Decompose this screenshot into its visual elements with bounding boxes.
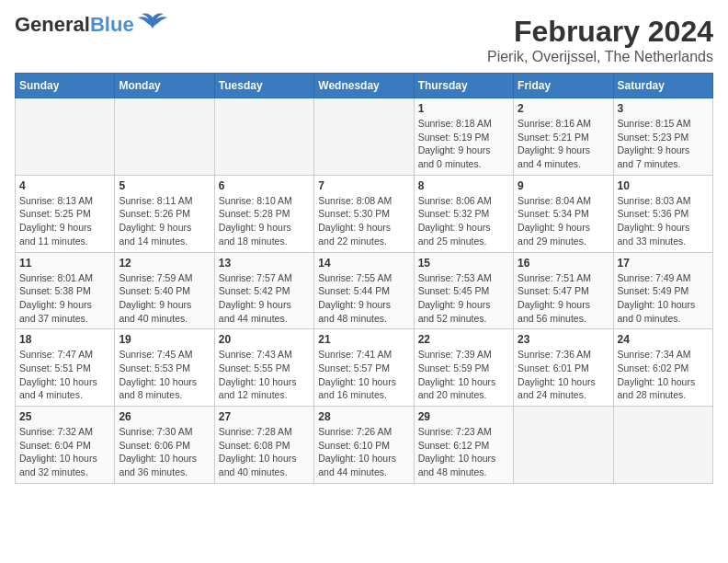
calendar-week-5: 25Sunrise: 7:32 AMSunset: 6:04 PMDayligh…: [16, 407, 713, 484]
day-number: 29: [418, 410, 509, 423]
calendar-cell: 7Sunrise: 8:08 AMSunset: 5:30 PMDaylight…: [314, 175, 414, 252]
day-number: 9: [518, 179, 609, 192]
calendar-cell: 22Sunrise: 7:39 AMSunset: 5:59 PMDayligh…: [414, 329, 513, 407]
weekday-header-saturday: Saturday: [613, 74, 712, 98]
calendar-cell: 8Sunrise: 8:06 AMSunset: 5:32 PMDaylight…: [414, 175, 513, 252]
logo-text: GeneralBlue: [15, 15, 134, 35]
day-info: Sunrise: 7:32 AMSunset: 6:04 PMDaylight:…: [19, 425, 110, 479]
day-number: 1: [418, 102, 509, 115]
day-info: Sunrise: 7:49 AMSunset: 5:49 PMDaylight:…: [618, 271, 709, 326]
day-info: Sunrise: 7:47 AMSunset: 5:51 PMDaylight:…: [19, 348, 110, 402]
day-number: 19: [119, 333, 210, 346]
day-number: 10: [618, 179, 709, 192]
day-info: Sunrise: 7:59 AMSunset: 5:40 PMDaylight:…: [119, 271, 210, 326]
day-info: Sunrise: 7:34 AMSunset: 6:02 PMDaylight:…: [618, 348, 709, 402]
day-number: 5: [119, 179, 210, 192]
weekday-header-thursday: Thursday: [414, 74, 513, 98]
calendar-cell: 19Sunrise: 7:45 AMSunset: 5:53 PMDayligh…: [115, 329, 214, 407]
day-number: 23: [518, 333, 609, 346]
day-info: Sunrise: 7:55 AMSunset: 5:44 PMDaylight:…: [318, 271, 409, 326]
day-number: 27: [219, 410, 310, 423]
weekday-header-row: SundayMondayTuesdayWednesdayThursdayFrid…: [16, 74, 713, 98]
weekday-header-friday: Friday: [514, 74, 613, 98]
calendar-cell: 1Sunrise: 8:18 AMSunset: 5:19 PMDaylight…: [414, 98, 513, 176]
day-number: 18: [19, 333, 110, 346]
day-number: 3: [618, 102, 709, 115]
calendar-week-4: 18Sunrise: 7:47 AMSunset: 5:51 PMDayligh…: [16, 329, 713, 407]
day-number: 28: [318, 410, 409, 423]
day-info: Sunrise: 8:15 AMSunset: 5:23 PMDaylight:…: [618, 117, 709, 171]
calendar-header: SundayMondayTuesdayWednesdayThursdayFrid…: [16, 74, 713, 98]
calendar-cell: [613, 407, 712, 484]
day-info: Sunrise: 8:06 AMSunset: 5:32 PMDaylight:…: [418, 194, 509, 248]
calendar-cell: 10Sunrise: 8:03 AMSunset: 5:36 PMDayligh…: [613, 175, 712, 252]
day-number: 15: [418, 257, 509, 270]
calendar-cell: 18Sunrise: 7:47 AMSunset: 5:51 PMDayligh…: [16, 329, 115, 407]
page-title: February 2024: [487, 15, 713, 49]
day-number: 16: [518, 257, 609, 270]
day-info: Sunrise: 7:43 AMSunset: 5:55 PMDaylight:…: [219, 348, 310, 402]
calendar-cell: 16Sunrise: 7:51 AMSunset: 5:47 PMDayligh…: [514, 252, 613, 329]
calendar-cell: 12Sunrise: 7:59 AMSunset: 5:40 PMDayligh…: [115, 252, 214, 329]
calendar-cell: 14Sunrise: 7:55 AMSunset: 5:44 PMDayligh…: [314, 252, 414, 329]
calendar-week-1: 1Sunrise: 8:18 AMSunset: 5:19 PMDaylight…: [16, 98, 713, 176]
day-info: Sunrise: 7:36 AMSunset: 6:01 PMDaylight:…: [518, 348, 609, 402]
calendar-cell: 3Sunrise: 8:15 AMSunset: 5:23 PMDaylight…: [613, 98, 712, 176]
day-number: 6: [219, 179, 310, 192]
calendar-cell: 24Sunrise: 7:34 AMSunset: 6:02 PMDayligh…: [613, 329, 712, 407]
calendar-cell: 21Sunrise: 7:41 AMSunset: 5:57 PMDayligh…: [314, 329, 414, 407]
day-number: 24: [618, 333, 709, 346]
day-number: 7: [318, 179, 409, 192]
weekday-header-tuesday: Tuesday: [214, 74, 313, 98]
calendar-cell: 13Sunrise: 7:57 AMSunset: 5:42 PMDayligh…: [214, 252, 313, 329]
day-number: 22: [418, 333, 509, 346]
calendar-cell: 4Sunrise: 8:13 AMSunset: 5:25 PMDaylight…: [16, 175, 115, 252]
day-number: 26: [119, 410, 210, 423]
day-info: Sunrise: 8:03 AMSunset: 5:36 PMDaylight:…: [618, 194, 709, 248]
day-number: 2: [518, 102, 609, 115]
calendar-cell: 11Sunrise: 8:01 AMSunset: 5:38 PMDayligh…: [16, 252, 115, 329]
day-info: Sunrise: 8:13 AMSunset: 5:25 PMDaylight:…: [19, 194, 110, 248]
day-info: Sunrise: 8:11 AMSunset: 5:26 PMDaylight:…: [119, 194, 210, 248]
calendar-cell: [214, 98, 313, 176]
day-info: Sunrise: 8:16 AMSunset: 5:21 PMDaylight:…: [518, 117, 609, 171]
calendar-week-3: 11Sunrise: 8:01 AMSunset: 5:38 PMDayligh…: [16, 252, 713, 329]
calendar-cell: [115, 98, 214, 176]
day-number: 21: [318, 333, 409, 346]
calendar-cell: [16, 98, 115, 176]
day-info: Sunrise: 8:04 AMSunset: 5:34 PMDaylight:…: [518, 194, 609, 248]
logo-bird-icon: [136, 10, 169, 30]
calendar-cell: 17Sunrise: 7:49 AMSunset: 5:49 PMDayligh…: [613, 252, 712, 329]
day-info: Sunrise: 7:41 AMSunset: 5:57 PMDaylight:…: [318, 348, 409, 402]
day-info: Sunrise: 7:57 AMSunset: 5:42 PMDaylight:…: [219, 271, 310, 326]
day-info: Sunrise: 7:30 AMSunset: 6:06 PMDaylight:…: [119, 425, 210, 479]
day-number: 17: [618, 257, 709, 270]
calendar-cell: 23Sunrise: 7:36 AMSunset: 6:01 PMDayligh…: [514, 329, 613, 407]
day-info: Sunrise: 7:39 AMSunset: 5:59 PMDaylight:…: [418, 348, 509, 402]
calendar-week-2: 4Sunrise: 8:13 AMSunset: 5:25 PMDaylight…: [16, 175, 713, 252]
calendar-table: SundayMondayTuesdayWednesdayThursdayFrid…: [15, 73, 713, 484]
title-area: February 2024 Pierik, Overijssel, The Ne…: [487, 15, 713, 65]
day-number: 13: [219, 257, 310, 270]
day-info: Sunrise: 8:18 AMSunset: 5:19 PMDaylight:…: [418, 117, 509, 171]
logo: GeneralBlue: [15, 15, 169, 35]
calendar-cell: 5Sunrise: 8:11 AMSunset: 5:26 PMDaylight…: [115, 175, 214, 252]
page-header: GeneralBlue February 2024 Pierik, Overij…: [15, 15, 713, 65]
day-info: Sunrise: 8:10 AMSunset: 5:28 PMDaylight:…: [219, 194, 310, 248]
calendar-cell: [514, 407, 613, 484]
calendar-cell: 27Sunrise: 7:28 AMSunset: 6:08 PMDayligh…: [214, 407, 313, 484]
calendar-cell: 28Sunrise: 7:26 AMSunset: 6:10 PMDayligh…: [314, 407, 414, 484]
calendar-cell: 26Sunrise: 7:30 AMSunset: 6:06 PMDayligh…: [115, 407, 214, 484]
day-number: 14: [318, 257, 409, 270]
day-info: Sunrise: 7:23 AMSunset: 6:12 PMDaylight:…: [418, 425, 509, 479]
calendar-cell: 9Sunrise: 8:04 AMSunset: 5:34 PMDaylight…: [514, 175, 613, 252]
day-info: Sunrise: 7:53 AMSunset: 5:45 PMDaylight:…: [418, 271, 509, 326]
weekday-header-sunday: Sunday: [16, 74, 115, 98]
day-number: 11: [19, 257, 110, 270]
page-subtitle: Pierik, Overijssel, The Netherlands: [487, 49, 713, 65]
day-number: 8: [418, 179, 509, 192]
weekday-header-wednesday: Wednesday: [314, 74, 414, 98]
calendar-cell: 20Sunrise: 7:43 AMSunset: 5:55 PMDayligh…: [214, 329, 313, 407]
day-info: Sunrise: 7:51 AMSunset: 5:47 PMDaylight:…: [518, 271, 609, 326]
calendar-cell: 25Sunrise: 7:32 AMSunset: 6:04 PMDayligh…: [16, 407, 115, 484]
